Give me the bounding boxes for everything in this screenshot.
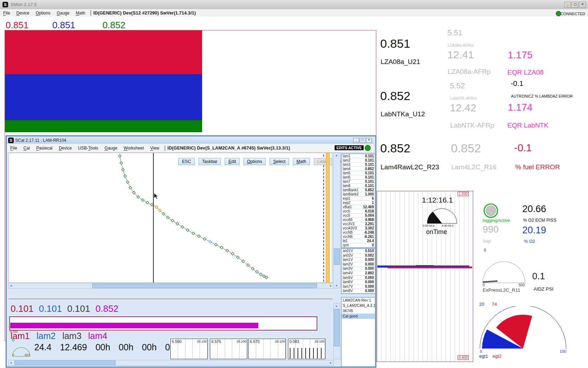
param-row-lam8v[interactable]: lam8V0.000 (342, 289, 375, 293)
smon-menu-math[interactable]: Math (72, 11, 88, 16)
curve-point[interactable] (122, 168, 124, 171)
smon-menu-options[interactable]: Options (33, 11, 53, 16)
scal-menu-pastecal[interactable]: Pastecal (33, 146, 55, 151)
param-row-lam4[interactable]: lam40.852 (342, 167, 375, 171)
curve-point[interactable] (209, 240, 212, 243)
smon-menu-device[interactable]: Device (13, 11, 33, 16)
curve-point[interactable] (255, 270, 258, 273)
toolbar-esc-button[interactable]: ESC (178, 158, 195, 165)
scroll-right-icon[interactable]: ► (329, 284, 332, 287)
curve-point[interactable] (186, 229, 189, 232)
curve-point[interactable] (251, 267, 254, 270)
curve-point[interactable] (259, 273, 262, 276)
param-row-an01v[interactable]: an01V0.510 (342, 249, 375, 253)
param-row-lam7v[interactable]: lam7V0.000 (342, 285, 375, 289)
curve-point[interactable] (198, 235, 200, 238)
curve-point[interactable] (118, 154, 121, 157)
scal-titlebar[interactable]: S SCal 2.17.11 : LAM-RR104 _ ▢ ✕ (7, 137, 374, 144)
toolbar-taskbar-button[interactable]: Taskbar (199, 158, 221, 165)
param-row-lam2v[interactable]: lam2V0.000 (342, 262, 375, 267)
smon-titlebar[interactable]: S SMon 2.17.5 _ ▢ ✕ (0, 0, 588, 10)
param-row-vccn6[interactable]: vccN6-6.261 (342, 235, 375, 239)
param-row-lam5v[interactable]: lam5V0.000 (342, 276, 375, 280)
param-row-bt1[interactable]: bt124.4 (342, 239, 375, 243)
curve-point[interactable] (171, 219, 174, 222)
scrollbar-thumb[interactable] (334, 249, 340, 265)
scrollbar-thumb[interactable] (92, 284, 317, 288)
param-row-lam7[interactable]: lam70.101 (342, 180, 375, 184)
calibration-plot[interactable]: ESCTaskbarEditOptionsSelectMathLearnliNe… (8, 153, 332, 283)
curve-point[interactable] (120, 162, 123, 164)
curve-point[interactable] (265, 276, 268, 279)
param-row-lam6v[interactable]: lam6V0.000 (342, 280, 375, 285)
scal-minimize-button[interactable]: _ (353, 138, 359, 143)
param-row-lam3v[interactable]: lam3V0.000 (342, 267, 375, 271)
curve-point[interactable] (192, 232, 195, 235)
maximize-button[interactable]: ▢ (572, 2, 578, 8)
plot-cursor-line[interactable] (153, 153, 154, 282)
toolbar-select-button[interactable]: Select (270, 158, 289, 165)
param-row-vcc3v3[interactable]: vcc3V33.291 (342, 222, 375, 226)
minimize-button[interactable]: _ (564, 2, 571, 8)
plot-vertical-scrollbar[interactable]: ▲ ▼ (333, 153, 341, 288)
curve-point[interactable] (231, 252, 234, 255)
curve-point[interactable] (226, 249, 229, 252)
param-row-lam5[interactable]: lam50.101 (342, 171, 375, 175)
scroll-up-icon[interactable]: ▲ (334, 304, 339, 308)
toolbar-options-button[interactable]: Options (243, 158, 266, 165)
close-button[interactable]: ✕ (579, 2, 586, 8)
param-row-vcca5[interactable]: vccA54.968 (342, 218, 375, 222)
scroll-left-icon[interactable]: ◄ (10, 284, 12, 287)
curve-point[interactable] (146, 201, 149, 204)
param-row-an02v[interactable]: an02V0.002 (342, 253, 375, 258)
param-row-lambank2[interactable]: lamBank21.000 (342, 192, 375, 197)
param-row-lambank1[interactable]: lamBank10.852 (342, 188, 375, 192)
scroll-up-icon[interactable]: ▲ (334, 154, 340, 157)
plot-horizontal-scrollbar[interactable]: ◄ ► (8, 283, 334, 289)
scrollbar-thumb[interactable] (14, 361, 116, 365)
smon-menu-gauge[interactable]: Gauge (53, 11, 72, 16)
param-row-vbat1[interactable]: vBat112.469 (342, 205, 375, 209)
curve-point[interactable] (220, 246, 223, 249)
scal-menu-worksheet[interactable]: Worksheet (120, 146, 147, 151)
scroll-right-icon[interactable]: ► (329, 361, 332, 364)
curve-point[interactable] (181, 226, 184, 228)
param-row-exp1[interactable]: exp16 (342, 197, 375, 201)
param-row-vcca3v3[interactable]: vccA3V33.302 (342, 226, 375, 230)
toolbar-math-button[interactable]: Math (293, 158, 310, 165)
scroll-left-icon[interactable]: ◄ (10, 361, 12, 364)
scal-menu-view[interactable]: View (147, 146, 163, 151)
scal-menu-gauge[interactable]: Gauge (101, 146, 120, 151)
curve-point[interactable] (203, 238, 206, 240)
param-row-exp2[interactable]: exp21 (342, 201, 375, 205)
curve-point[interactable] (129, 186, 132, 189)
curve-point[interactable] (214, 243, 217, 246)
scal-maximize-button[interactable]: ▢ (360, 138, 365, 143)
scal-close-button[interactable]: ✕ (366, 138, 372, 143)
param-row-rpm[interactable]: rpm0 (342, 243, 375, 247)
param-row-vcc5[interactable]: vcc55.004 (342, 214, 375, 218)
curve-point[interactable] (124, 175, 127, 177)
param-row-lam1[interactable]: lam10.101 (342, 154, 375, 158)
param-row-lam1v[interactable]: lam1V0.000 (342, 258, 375, 262)
param-row-lam3[interactable]: lam30.101 (342, 163, 375, 167)
param-row-lam8[interactable]: lam80.101 (342, 184, 375, 188)
scal-menu-device[interactable]: Device (55, 146, 75, 151)
param-row-lam4v[interactable]: lam4V2.892 (342, 271, 375, 276)
scroll-down-icon[interactable]: ▼ (334, 284, 340, 287)
curve-point[interactable] (141, 199, 144, 201)
param-row-lam6[interactable]: lam60.101 (342, 175, 375, 180)
curve-point[interactable] (263, 275, 265, 278)
smon-menu-file[interactable]: File (0, 11, 13, 16)
param-row-vccn5[interactable]: vccN5-6.248 (342, 230, 375, 235)
curve-point[interactable] (176, 222, 179, 225)
bottom-vertical-scrollbar[interactable]: ▲ (333, 303, 340, 359)
param-row-vcc6[interactable]: vcc66.018 (342, 209, 375, 214)
curve-point[interactable] (126, 181, 129, 183)
scal-menu-file[interactable]: File (7, 146, 20, 151)
toolbar-edit-button[interactable]: Edit (225, 158, 240, 165)
scal-menu-usb-tools[interactable]: USB-Tools (75, 146, 101, 151)
scrollbar-thumb[interactable] (334, 309, 340, 346)
param-row-lam2[interactable]: lam20.101 (342, 158, 375, 163)
curve-point[interactable] (236, 256, 239, 259)
